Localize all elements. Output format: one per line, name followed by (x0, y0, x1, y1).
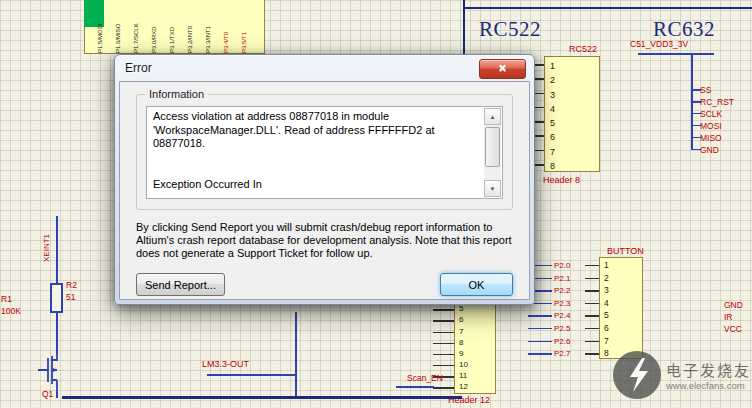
q1-source-wire (56, 392, 58, 398)
q1-designator[interactable]: Q1 (42, 389, 53, 399)
net-label[interactable]: VCC (724, 323, 743, 335)
net-label[interactable]: GND (724, 299, 743, 311)
sheet-title-rc522[interactable]: RC522 (479, 17, 541, 42)
port-pin-label[interactable]: P2.2 (554, 285, 570, 298)
port-pin-label[interactable]: P2.0 (554, 260, 570, 273)
close-icon: × (499, 60, 507, 75)
pin-number: 1 (604, 259, 609, 272)
scroll-up-icon: ▲ (490, 114, 496, 120)
net-label[interactable]: MOSI (700, 120, 734, 132)
net-label[interactable]: IR (724, 311, 743, 323)
dialog-body: Information Access violation at address … (119, 81, 530, 300)
pin-number: 7 (459, 326, 468, 337)
header8-pin-numbers: 1 2 3 4 5 6 7 8 (550, 59, 555, 173)
pin-number: 8 (604, 347, 609, 360)
pin-number: 8 (550, 159, 555, 173)
sheet-border-bottom (62, 396, 462, 399)
net-label[interactable]: GND (700, 144, 734, 156)
scan-en-wire (396, 386, 434, 388)
scroll-down-button[interactable]: ▼ (484, 180, 501, 197)
net-label[interactable]: XEINT1 (42, 206, 51, 262)
ok-button[interactable]: OK (440, 273, 513, 296)
pin-number: 6 (550, 130, 555, 144)
watermark: 电子发烧友 www.elecfans.com (612, 350, 751, 400)
memo-scrollbar[interactable]: ▲ ▼ (484, 108, 501, 197)
net-label[interactable]: SS (700, 84, 734, 96)
right-edge-labels[interactable]: GND IR VCC (724, 299, 743, 335)
error-message-text: Access violation at address 08877018 in … (153, 110, 476, 195)
port-pin-label[interactable]: P2.4 (554, 310, 570, 323)
q1-mosfet-symbol[interactable] (38, 348, 72, 394)
button-pin-numbers: 1 2 3 4 5 6 7 8 (604, 259, 609, 360)
mcu-pin-name: P1.7/SCLK (133, 1, 141, 53)
pin-number: 7 (550, 145, 555, 159)
send-report-button[interactable]: Send Report... (136, 273, 225, 296)
mcu-pin-name: P3.5/T1 (241, 1, 249, 53)
mcu-pin-name: P1.5/MOSI (97, 1, 105, 53)
scan-en-label[interactable]: Scan_EN (407, 373, 443, 383)
r2-resistor-body[interactable] (50, 283, 63, 313)
pin-number: 2 (604, 272, 609, 285)
r2-value[interactable]: 51 (66, 292, 75, 302)
error-message-memo[interactable]: Access violation at address 08877018 in … (146, 106, 503, 199)
mcu-pin-name: P1.6/MISO (115, 1, 123, 53)
lm-out-label[interactable]: LM3.3-OUT (202, 359, 249, 369)
r1-value[interactable]: 100K (1, 306, 21, 316)
header8-designator[interactable]: RC522 (569, 44, 597, 54)
pin-number: 6 (459, 314, 468, 325)
power-net-label[interactable]: C51_VDD3_3V (630, 39, 688, 49)
port-pin-label[interactable]: P2.5 (554, 323, 570, 336)
pin-number: 10 (459, 359, 468, 370)
altium-schematic-screen: RC522 RC632 P1.5/MOSI P1.6/MISO P1.7/SCL… (0, 0, 752, 408)
scroll-down-icon: ▼ (490, 186, 496, 192)
p2-port-labels[interactable]: P2.0 P2.1 P2.2 P2.3 P2.4 P2.5 P2.6 P2.7 (554, 260, 570, 361)
pin-number: 3 (604, 284, 609, 297)
button-title[interactable]: BUTTON (607, 246, 644, 256)
report-info-text: By clicking Send Report you will submit … (136, 221, 515, 261)
scroll-up-button[interactable]: ▲ (484, 108, 501, 125)
scrollbar-thumb[interactable] (485, 127, 500, 167)
information-groupbox: Information Access violation at address … (136, 94, 513, 210)
port-pin-label[interactable]: P2.3 (554, 298, 570, 311)
net-label[interactable]: SCLK (700, 108, 734, 120)
pin-number: 9 (459, 348, 468, 359)
header8-label[interactable]: Header 8 (543, 175, 580, 185)
net-labels[interactable]: SS RC_RST SCLK MOSI MISO GND (700, 84, 734, 156)
port-pin-label[interactable]: P2.6 (554, 336, 570, 349)
power-rail (638, 53, 714, 55)
mcu-pin-name: P3.2/INT0 (187, 1, 195, 53)
r2-designator[interactable]: R2 (66, 280, 77, 290)
pin-number: 1 (550, 59, 555, 73)
pin-number: 4 (550, 102, 555, 116)
net-label[interactable]: RC_RST (700, 96, 734, 108)
r1-designator[interactable]: R1 (1, 294, 12, 304)
dialog-title: Error (125, 61, 152, 75)
elecfans-logo-icon (612, 350, 662, 400)
lm-out-wire (207, 374, 297, 376)
pin-number: 7 (604, 335, 609, 348)
pin-number: 2 (550, 73, 555, 87)
sheet-border-top (464, 7, 752, 9)
pin-number: 4 (604, 297, 609, 310)
pin-number: 5 (459, 303, 468, 314)
sheet-border-vertical (463, 0, 465, 56)
xeint-net-label[interactable]: XEINT1 (42, 206, 51, 266)
scrollbar-track[interactable] (484, 125, 501, 180)
dialog-titlebar[interactable]: Error × (115, 55, 534, 81)
pin-number: 3 (550, 88, 555, 102)
mcu-pin-name: P3.4/T0 (223, 1, 231, 53)
pin-number: 5 (604, 309, 609, 322)
pin-number: 11 (459, 370, 468, 381)
port-pin-label[interactable]: P2.7 (554, 348, 570, 361)
mcu-pin-name: P3.3/INT1 (205, 1, 213, 53)
net-label[interactable]: MISO (700, 132, 734, 144)
button-pin-stubs (585, 265, 599, 364)
pin-number: 5 (550, 116, 555, 130)
pin-number: 6 (604, 322, 609, 335)
groupbox-caption: Information (145, 88, 208, 100)
wire-vertical-left (56, 216, 58, 283)
watermark-url-text: www.elecfans.com (666, 380, 751, 391)
close-button[interactable]: × (479, 59, 526, 79)
mcu-pin-name: P3.1/TXD (169, 1, 177, 53)
port-pin-label[interactable]: P2.1 (554, 273, 570, 286)
